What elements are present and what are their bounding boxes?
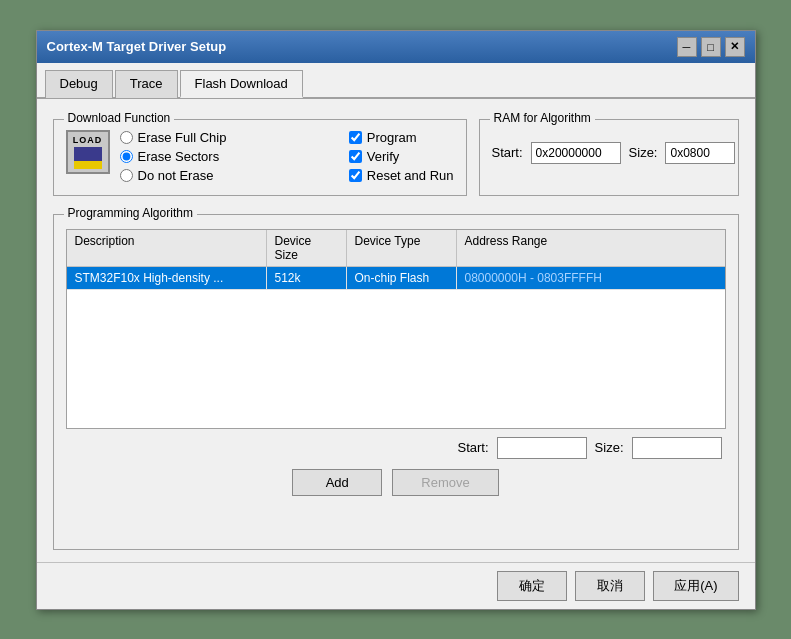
- cancel-button[interactable]: 取消: [575, 571, 645, 601]
- remove-button[interactable]: Remove: [392, 469, 498, 496]
- start-label: Start:: [492, 145, 523, 160]
- check-options: Program Verify Reset and Run: [349, 130, 454, 183]
- do-not-erase-label: Do not Erase: [138, 168, 214, 183]
- ram-inputs-row: Start: Size:: [492, 142, 726, 164]
- erase-sectors-label: Erase Sectors: [138, 149, 220, 164]
- cell-description: STM32F10x High-density ...: [67, 267, 267, 289]
- close-button[interactable]: ✕: [725, 37, 745, 57]
- erase-full-chip-radio[interactable]: [120, 131, 133, 144]
- footer: 确定 取消 应用(A): [37, 562, 755, 609]
- ok-button[interactable]: 确定: [497, 571, 567, 601]
- top-row: Download Function LOAD Erase Full Chip: [53, 111, 739, 196]
- programming-algorithm-group: Programming Algorithm Description Device…: [53, 214, 739, 550]
- main-window: Cortex-M Target Driver Setup ─ □ ✕ Debug…: [36, 30, 756, 610]
- col-device-size: Device Size: [267, 230, 347, 266]
- reset-and-run-row: Reset and Run: [349, 168, 454, 183]
- radio-options: Erase Full Chip Erase Sectors Do not Era…: [120, 130, 339, 183]
- table-body: STM32F10x High-density ... 512k On-chip …: [67, 267, 725, 417]
- do-not-erase-radio[interactable]: [120, 169, 133, 182]
- erase-full-chip-label: Erase Full Chip: [138, 130, 227, 145]
- verify-label: Verify: [367, 149, 400, 164]
- minimize-button[interactable]: ─: [677, 37, 697, 57]
- bottom-start-label: Start:: [458, 440, 489, 455]
- size-label: Size:: [629, 145, 658, 160]
- main-content: Download Function LOAD Erase Full Chip: [37, 99, 755, 562]
- bottom-inputs: Start: Size:: [66, 437, 726, 459]
- add-button[interactable]: Add: [292, 469, 382, 496]
- program-row: Program: [349, 130, 454, 145]
- tab-trace[interactable]: Trace: [115, 70, 178, 98]
- title-bar: Cortex-M Target Driver Setup ─ □ ✕: [37, 31, 755, 63]
- erase-full-chip-row: Erase Full Chip: [120, 130, 339, 145]
- download-function-group: Download Function LOAD Erase Full Chip: [53, 119, 467, 196]
- table-row[interactable]: STM32F10x High-density ... 512k On-chip …: [67, 267, 725, 290]
- program-checkbox[interactable]: [349, 131, 362, 144]
- col-address-range: Address Range: [457, 230, 725, 266]
- bottom-size-input[interactable]: [632, 437, 722, 459]
- col-device-type: Device Type: [347, 230, 457, 266]
- erase-sectors-radio[interactable]: [120, 150, 133, 163]
- tab-bar: Debug Trace Flash Download: [37, 63, 755, 99]
- title-bar-buttons: ─ □ ✕: [677, 37, 745, 57]
- verify-row: Verify: [349, 149, 454, 164]
- ram-algorithm-group: RAM for Algorithm Start: Size:: [479, 119, 739, 196]
- algorithm-table: Description Device Size Device Type Addr…: [66, 229, 726, 429]
- ram-algorithm-label: RAM for Algorithm: [490, 111, 595, 125]
- reset-and-run-label: Reset and Run: [367, 168, 454, 183]
- cell-device-size: 512k: [267, 267, 347, 289]
- window-title: Cortex-M Target Driver Setup: [47, 39, 227, 54]
- cell-device-type: On-chip Flash: [347, 267, 457, 289]
- col-description: Description: [67, 230, 267, 266]
- do-not-erase-row: Do not Erase: [120, 168, 339, 183]
- cell-address-range: 08000000H - 0803FFFFH: [457, 267, 725, 289]
- tab-flash-download[interactable]: Flash Download: [180, 70, 303, 98]
- load-icon-img: [74, 147, 102, 169]
- apply-button[interactable]: 应用(A): [653, 571, 738, 601]
- download-inner: LOAD Erase Full Chip Erase Sectors: [66, 130, 454, 183]
- size-input[interactable]: [665, 142, 735, 164]
- reset-and-run-checkbox[interactable]: [349, 169, 362, 182]
- maximize-button[interactable]: □: [701, 37, 721, 57]
- tab-debug[interactable]: Debug: [45, 70, 113, 98]
- erase-sectors-row: Erase Sectors: [120, 149, 339, 164]
- load-icon-text: LOAD: [73, 135, 103, 145]
- program-label: Program: [367, 130, 417, 145]
- verify-checkbox[interactable]: [349, 150, 362, 163]
- programming-algorithm-label: Programming Algorithm: [64, 206, 197, 220]
- bottom-size-label: Size:: [595, 440, 624, 455]
- algorithm-btn-row: Add Remove: [66, 469, 726, 496]
- download-function-label: Download Function: [64, 111, 175, 125]
- load-icon: LOAD: [66, 130, 110, 174]
- start-input[interactable]: [531, 142, 621, 164]
- bottom-start-input[interactable]: [497, 437, 587, 459]
- table-header: Description Device Size Device Type Addr…: [67, 230, 725, 267]
